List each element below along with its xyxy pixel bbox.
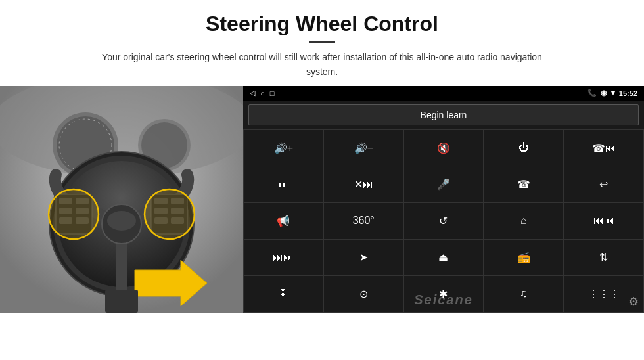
statusbar-left: ◁ ○ □ (250, 89, 274, 97)
svg-rect-28 (105, 290, 138, 313)
ctrl-btn-skip[interactable]: ✕⏭ (324, 166, 403, 202)
back-nav-icon: ◁ (250, 89, 255, 97)
svg-point-10 (107, 211, 136, 231)
ctrl-btn-settings[interactable]: ⇅ (564, 240, 643, 276)
recents-nav-icon: □ (270, 89, 275, 97)
ctrl-btn-prev-track[interactable]: ⏮⏮ (564, 203, 643, 239)
home-nav-icon: ○ (260, 89, 265, 97)
call-icon: 📞 (587, 89, 597, 97)
ctrl-btn-phone-prev[interactable]: ☎⏮ (564, 130, 643, 166)
ctrl-btn-power[interactable]: ⏻ (484, 130, 563, 166)
ctrl-btn-mic[interactable]: 🎤 (404, 166, 484, 202)
ctrl-btn-hang-up[interactable]: ↩ (564, 166, 643, 202)
ctrl-btn-music[interactable]: ♫ (484, 276, 563, 312)
android-screen: ◁ ○ □ 📞 ◉ ▾ 15:52 Begin learn 🔊+🔊−🔇⏻☎⏮⏭✕… (243, 86, 644, 313)
begin-learn-button[interactable]: Begin learn (248, 104, 639, 125)
ctrl-btn-phone[interactable]: ☎ (484, 166, 563, 202)
ctrl-btn-vol-up[interactable]: 🔊+ (244, 130, 323, 166)
statusbar: ◁ ○ □ 📞 ◉ ▾ 15:52 (243, 86, 644, 101)
gear-settings-icon[interactable]: ⚙ (628, 294, 639, 309)
svg-point-26 (145, 189, 195, 239)
ctrl-btn-nav[interactable]: ➤ (324, 240, 403, 276)
location-icon: ◉ (601, 89, 607, 97)
title-divider (309, 41, 335, 43)
statusbar-right: 📞 ◉ ▾ 15:52 (587, 89, 637, 97)
page-container: Steering Wheel Control Your original car… (0, 0, 644, 360)
ctrl-btn-vol-down[interactable]: 🔊− (324, 130, 403, 166)
ctrl-btn-cam360[interactable]: 360° (324, 203, 403, 239)
ctrl-btn-horn[interactable]: 📢 (244, 203, 323, 239)
ctrl-btn-mic2[interactable]: 🎙 (244, 276, 323, 312)
ctrl-btn-settings2[interactable]: ⊙ (324, 276, 403, 312)
begin-learn-row: Begin learn (243, 101, 644, 129)
controls-grid: 🔊+🔊−🔇⏻☎⏮⏭✕⏭🎤☎↩📢360°↺⌂⏮⏮⏭⏭➤⏏📻⇅🎙⊙✱♫⋮⋮⋮ (243, 129, 644, 313)
ctrl-btn-next[interactable]: ⏭ (244, 166, 323, 202)
ctrl-btn-radio[interactable]: 📻 (484, 240, 563, 276)
svg-point-25 (49, 189, 99, 239)
status-time: 15:52 (619, 89, 637, 97)
wifi-icon: ▾ (611, 89, 615, 97)
ctrl-btn-back[interactable]: ↺ (404, 203, 484, 239)
content-row: ◁ ○ □ 📞 ◉ ▾ 15:52 Begin learn 🔊+🔊−🔇⏻☎⏮⏭✕… (0, 86, 644, 360)
ctrl-btn-bt[interactable]: ✱ (404, 276, 484, 312)
page-title: Steering Wheel Control (39, 12, 605, 36)
car-image-panel (0, 86, 243, 313)
ctrl-btn-source[interactable]: ⏏ (404, 240, 484, 276)
ctrl-btn-mute[interactable]: 🔇 (404, 130, 484, 166)
header-section: Steering Wheel Control Your original car… (0, 0, 644, 86)
subtitle: Your original car's steering wheel contr… (92, 50, 552, 79)
ctrl-btn-home[interactable]: ⌂ (484, 203, 563, 239)
ctrl-btn-fast-fwd[interactable]: ⏭⏭ (244, 240, 323, 276)
